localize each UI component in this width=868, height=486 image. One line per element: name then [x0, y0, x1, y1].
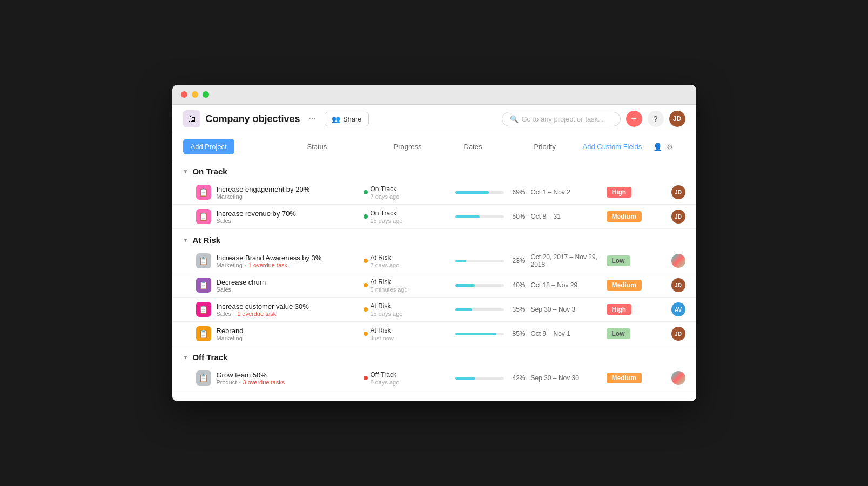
- overdue-link[interactable]: 1 overdue task: [237, 310, 276, 317]
- section-on-track: ▼ On Track 📋 Increase engagement by 20% …: [172, 160, 696, 229]
- toolbar: Add Project Status Progress Dates Priori…: [172, 133, 696, 160]
- more-options-button[interactable]: ···: [306, 113, 319, 125]
- status-badge: At Risk 5 minutes ago: [364, 278, 450, 293]
- overdue-link[interactable]: 3 overdue tasks: [243, 379, 285, 386]
- status-badge: On Track 15 days ago: [364, 210, 450, 224]
- project-name: Increase Brand Awareness by 3%: [217, 254, 358, 262]
- project-icon: 🗂: [183, 110, 200, 127]
- progress-bar-container: [455, 260, 504, 262]
- project-category: Sales: [217, 218, 232, 224]
- dates-cell: Oct 9 – Nov 1: [531, 330, 601, 338]
- app-window: 🗂 Company objectives ··· 👥 Share 🔍 Go to…: [172, 85, 696, 401]
- add-custom-fields-button[interactable]: Add Custom Fields: [583, 143, 653, 151]
- progress-bar-container: [455, 308, 504, 311]
- close-button[interactable]: [181, 91, 187, 98]
- avatar: JD: [671, 210, 685, 224]
- status-badge: On Track 7 days ago: [364, 185, 450, 200]
- table-row[interactable]: 📋 Increase engagement by 20% Marketing O…: [172, 180, 696, 205]
- project-icon-sm: 📋: [196, 253, 211, 268]
- project-info: Decrease churn Sales: [217, 278, 358, 293]
- col-actions: 👤 ⚙: [653, 143, 685, 151]
- project-sub: Marketing: [217, 335, 358, 341]
- table-row[interactable]: 📋 Rebrand Marketing At Risk Just now: [172, 322, 696, 346]
- status-label: At Risk: [371, 302, 403, 310]
- project-info: Rebrand Marketing: [217, 327, 358, 341]
- table-row[interactable]: 📋 Increase customer value 30% Sales · 1 …: [172, 298, 696, 322]
- status-label: At Risk: [371, 327, 394, 334]
- project-name: Rebrand: [217, 327, 358, 335]
- status-dot: [364, 283, 368, 287]
- status-badge: At Risk 7 days ago: [364, 254, 450, 268]
- status-info: On Track 7 days ago: [371, 185, 400, 200]
- project-info: Grow team 50% Product · 3 overdue tasks: [217, 371, 358, 386]
- progress-bar: [455, 377, 476, 380]
- dates-cell: Sep 30 – Nov 3: [531, 306, 601, 313]
- priority-badge: Low: [607, 328, 630, 339]
- section-at-risk: ▼ At Risk 📋 Increase Brand Awareness by …: [172, 229, 696, 346]
- project-icon-sm: 📋: [196, 302, 211, 317]
- progress-cell: 23%: [455, 257, 526, 265]
- table-row[interactable]: 📋 Decrease churn Sales At Risk 5 minutes…: [172, 273, 696, 298]
- status-cell: Off Track 8 days ago: [364, 371, 450, 386]
- chevron-down-icon: ▼: [183, 237, 189, 243]
- table-row[interactable]: 📋 Increase Brand Awareness by 3% Marketi…: [172, 249, 696, 273]
- table-row[interactable]: 📋 Increase revenue by 70% Sales On Track…: [172, 205, 696, 229]
- progress-bar: [455, 215, 480, 218]
- status-dot: [364, 190, 368, 194]
- section-off-track: ▼ Off Track 📋 Grow team 50% Product · 3 …: [172, 346, 696, 390]
- overdue-link[interactable]: 1 overdue task: [248, 262, 287, 268]
- priority-badge: High: [607, 187, 632, 198]
- status-info: At Risk 15 days ago: [371, 302, 403, 317]
- share-icon: 👥: [332, 115, 340, 123]
- minimize-button[interactable]: [192, 91, 198, 98]
- project-category: Product: [217, 379, 237, 386]
- progress-bar-container: [455, 377, 504, 380]
- project-info: Increase customer value 30% Sales · 1 ov…: [217, 302, 358, 317]
- status-label: On Track: [371, 210, 403, 217]
- progress-cell: 42%: [455, 374, 526, 382]
- progress-bar: [455, 333, 497, 335]
- avatar: [671, 254, 685, 268]
- project-name: Increase revenue by 70%: [217, 210, 358, 218]
- project-icon-sm: 📋: [196, 278, 211, 293]
- status-time: 7 days ago: [371, 262, 400, 268]
- share-button[interactable]: 👥 Share: [325, 112, 369, 126]
- section-header-on-track[interactable]: ▼ On Track: [172, 160, 696, 180]
- page-title: Company objectives: [206, 113, 300, 125]
- project-category: Sales: [217, 286, 232, 293]
- maximize-button[interactable]: [203, 91, 209, 98]
- priority-cell: Low: [607, 328, 655, 339]
- progress-percentage: 23%: [508, 257, 526, 265]
- content-area: ▼ On Track 📋 Increase engagement by 20% …: [172, 160, 696, 401]
- user-avatar[interactable]: JD: [669, 111, 685, 127]
- progress-cell: 85%: [455, 330, 526, 338]
- status-label: On Track: [371, 185, 400, 193]
- priority-badge: Low: [607, 255, 630, 266]
- progress-cell: 69%: [455, 188, 526, 196]
- avatar: JD: [671, 327, 685, 341]
- priority-badge: Medium: [607, 211, 642, 222]
- status-label: Off Track: [371, 371, 400, 379]
- priority-badge: High: [607, 304, 632, 315]
- project-category: Sales: [217, 310, 232, 317]
- filter-icon[interactable]: ⚙: [667, 143, 674, 151]
- dates-cell: Oct 18 – Nov 29: [531, 281, 601, 289]
- person-icon[interactable]: 👤: [653, 143, 662, 151]
- progress-bar: [455, 191, 489, 194]
- table-row[interactable]: 📋 Grow team 50% Product · 3 overdue task…: [172, 366, 696, 390]
- section-header-at-risk[interactable]: ▼ At Risk: [172, 229, 696, 249]
- section-label: On Track: [192, 167, 227, 176]
- chevron-down-icon: ▼: [183, 354, 189, 360]
- section-header-off-track[interactable]: ▼ Off Track: [172, 346, 696, 366]
- add-button[interactable]: +: [626, 111, 642, 127]
- header-right: 🔍 Go to any project or task... + ? JD: [502, 111, 685, 127]
- help-button[interactable]: ?: [648, 111, 664, 127]
- project-info: Increase revenue by 70% Sales: [217, 210, 358, 224]
- search-bar[interactable]: 🔍 Go to any project or task...: [502, 112, 621, 126]
- status-time: Just now: [371, 335, 394, 341]
- status-dot: [364, 307, 368, 312]
- status-cell: On Track 15 days ago: [364, 210, 450, 224]
- status-dot: [364, 259, 368, 263]
- add-project-button[interactable]: Add Project: [183, 139, 234, 154]
- status-info: At Risk 7 days ago: [371, 254, 400, 268]
